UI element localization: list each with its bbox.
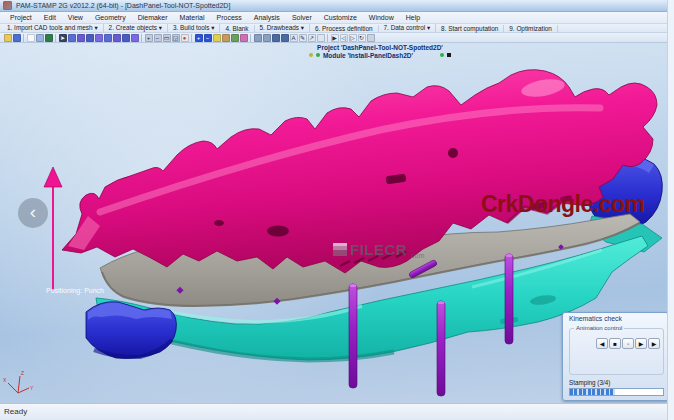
anim-step-back-button[interactable]: ◀ [596,338,608,349]
settings-icon[interactable] [367,34,375,42]
copy-object-icon[interactable] [36,34,44,42]
menu-item-help[interactable]: Help [400,14,426,21]
toolbar-separator [327,34,328,42]
save-icon[interactable] [13,34,21,42]
toolbar-separator [55,34,56,42]
pencil-icon[interactable] [222,34,230,42]
toolbar-separator [23,34,24,42]
mesh-icon[interactable] [45,34,53,42]
menu-bar: ProjectEditViewGeometryDiemakerMaterialP… [0,12,674,24]
toolbar-step-6-button[interactable]: 6. Process definition [310,25,379,32]
menu-item-process[interactable]: Process [211,14,248,21]
toolbar-step-9-button[interactable]: 9. Optimization [504,25,558,32]
add-object-icon[interactable]: + [195,34,203,42]
toolbar-separator [191,34,192,42]
panel-title: Kinematics check [563,313,668,322]
stage-label: Stamping (3/4) [569,379,610,386]
zoom-area-icon[interactable]: ◲ [172,34,180,42]
icon-toolbar: ➤+−▭◲●+−A✎↗▶◁▷↻ [0,33,674,43]
project-info: Project 'DashPanel-Tool-NOT-Spotted2D' M… [250,44,510,59]
animation-buttons: ◀■▪▶▶ [596,338,660,349]
anim-stop-button[interactable]: ■ [609,338,621,349]
toolbar-step-8-button[interactable]: 8. Start computation [436,25,504,32]
menu-item-analysis[interactable]: Analysis [248,14,286,21]
3d-viewport[interactable]: Z X Y Project 'DashPanel-Tool-NOT-Spotte… [0,43,674,403]
text-annotation-icon[interactable]: A [290,34,298,42]
menu-item-customize[interactable]: Customize [318,14,363,21]
open-project-icon[interactable] [4,34,12,42]
frame-forward-icon[interactable]: ▷ [349,34,357,42]
svg-text:X: X [3,377,7,383]
direction-arrow-annotation [44,167,62,290]
svg-text:Y: Y [30,385,34,391]
zoom-fit-icon[interactable]: ▭ [163,34,171,42]
loop-animation-icon[interactable]: ↻ [358,34,366,42]
anim-pause-button[interactable]: ▪ [622,338,634,349]
menu-item-project[interactable]: Project [4,14,38,21]
record-view-icon[interactable]: ● [181,34,189,42]
status-square-icon [447,53,451,57]
draw-annotation-icon[interactable]: ✎ [299,34,307,42]
menu-item-material[interactable]: Material [174,14,211,21]
toolbar-step-5-button[interactable]: 5. Drawbeads ▾ [255,24,310,32]
toolbar-step-7-button[interactable]: 7. Data control ▾ [379,24,437,32]
new-document-icon[interactable] [27,34,35,42]
object-table-icon[interactable] [95,34,103,42]
filecr-watermark: FILECR .com [333,243,424,259]
arrow-annotation-icon[interactable]: ↗ [308,34,316,42]
toolbar-step-3-button[interactable]: 3. Build tools ▾ [168,24,221,32]
animation-control-group: Animation control ◀■▪▶▶ [569,328,664,375]
blankholder-left-part[interactable] [86,302,176,359]
line-tool-icon[interactable] [281,34,289,42]
object-table-icon[interactable] [77,34,85,42]
project-name-line: Project 'DashPanel-Tool-NOT-Spotted2D' [250,44,510,52]
window-title: PAM-STAMP 2G v2012.2 (64-bit) - [DashPan… [16,2,230,9]
grid-view-icon[interactable] [263,34,271,42]
menu-item-solver[interactable]: Solver [286,14,318,21]
anim-play-button[interactable]: ▶ [635,338,647,349]
section-icon[interactable] [231,34,239,42]
toolbar-step-4-button[interactable]: 4. Blank [220,25,254,32]
title-bar: PAM-STAMP 2G v2012.2 (64-bit) - [DashPan… [0,0,674,12]
progress-fill [570,389,615,395]
status-dot-icon [309,53,313,57]
view-axis-triad: Z X Y [3,370,34,393]
crkdongle-watermark: CrkDongle.com [481,191,644,218]
panel-layout-icon[interactable] [254,34,262,42]
remove-object-icon[interactable]: − [204,34,212,42]
zoom-in-icon[interactable]: + [145,34,153,42]
status-bar: Ready [0,403,674,420]
curve-tool-icon[interactable] [272,34,280,42]
select-arrow-icon[interactable]: ➤ [59,34,67,42]
menu-item-geometry[interactable]: Geometry [89,14,132,21]
toolbar-step-1-button[interactable]: 1. Import CAD tools and mesh ▾ [2,24,104,32]
image-capture-icon[interactable] [317,34,325,42]
object-table-icon[interactable] [104,34,112,42]
menu-item-view[interactable]: View [62,14,89,21]
menu-item-edit[interactable]: Edit [38,14,62,21]
toolbar-step-2-button[interactable]: 2. Create objects ▾ [104,24,168,32]
menu-item-window[interactable]: Window [363,14,400,21]
frame-back-icon[interactable]: ◁ [340,34,348,42]
object-table-icon[interactable] [86,34,94,42]
workflow-toolbar: 1. Import CAD tools and mesh ▾2. Create … [0,24,674,33]
status-dot-icon [316,53,320,57]
filecr-logo-icon [333,243,347,256]
object-table-icon[interactable] [113,34,121,42]
frame-edge [667,0,674,420]
chevron-left-icon[interactable]: ‹ [18,198,48,228]
module-name-line: Module 'Install-PanelDash2D' [323,52,413,60]
object-table-icon[interactable] [68,34,76,42]
anim-step-forward-button[interactable]: ▶ [648,338,660,349]
pam-stamp-window: Z X Y Project 'DashPanel-Tool-NOT-Spotte… [0,0,674,420]
play-animation-icon[interactable]: ▶ [331,34,339,42]
tag-icon[interactable] [240,34,248,42]
app-icon [3,1,12,10]
menu-item-diemaker[interactable]: Diemaker [132,14,174,21]
zoom-out-icon[interactable]: − [154,34,162,42]
object-table-icon[interactable] [131,34,139,42]
kinematics-check-panel: Kinematics check Animation control ◀■▪▶▶… [562,312,669,401]
object-table-icon[interactable] [122,34,130,42]
positioning-label: Positioning: Punch [46,287,104,294]
measure-icon[interactable] [213,34,221,42]
